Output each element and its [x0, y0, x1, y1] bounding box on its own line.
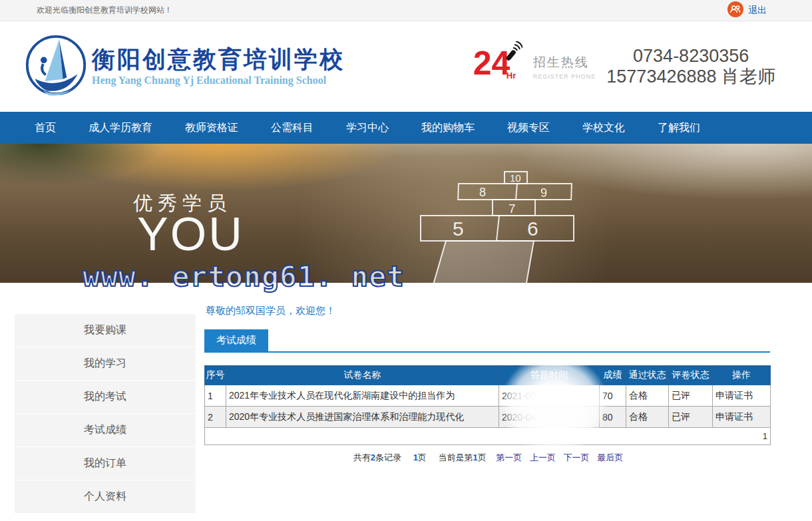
nav-item-cart[interactable]: 我的购物车 — [421, 121, 475, 135]
cell-paper-name: 2020年专业技术人员推进国家治理体系和治理能力现代化 — [226, 407, 499, 428]
hopscotch-number: 9 — [540, 186, 547, 200]
record-count: 共有2条记录 — [353, 452, 401, 462]
school-name: 衡阳创意教育培训学校 — [92, 47, 345, 73]
cell-seq: 1 — [205, 385, 226, 407]
nav-item-home[interactable]: 首页 — [35, 121, 56, 135]
col-review-status: 评卷状态 — [669, 366, 713, 385]
table-page-number: 1 — [205, 428, 771, 445]
nav-item-school-culture[interactable]: 学校文化 — [582, 121, 625, 135]
user-greeting: 尊敬的邹双国学员，欢迎您！ — [206, 305, 770, 317]
cell-review-status: 已评 — [669, 407, 713, 428]
col-pass-status: 通过状态 — [626, 366, 669, 385]
nav-item-learning-center[interactable]: 学习中心 — [346, 121, 389, 135]
cell-pass-status: 合格 — [626, 407, 669, 428]
hopscotch-number: 3 — [531, 283, 564, 297]
table-row: 1 2021年专业技术人员在现代化新湖南建设中的担当作为 2021-05- 70… — [205, 385, 771, 407]
school-logo-block[interactable]: 衡阳创意教育培训学校 Heng Yang Chuang Yj Education… — [24, 33, 345, 100]
table-footer-row: 1 — [205, 428, 771, 445]
content-area: 我要购课 我的学习 我的考试 考试成绩 我的订单 个人资料 尊敬的邹双国学员，欢… — [0, 283, 812, 521]
phone-numbers: 0734-8230356 15773426888 肖老师 — [606, 46, 775, 87]
apply-certificate-link[interactable]: 申请证书 — [713, 407, 771, 428]
school-logo-icon — [24, 33, 88, 100]
nav-item-public-courses[interactable]: 公需科目 — [271, 121, 313, 135]
hopscotch-number: 10 — [510, 172, 521, 184]
cell-seq: 2 — [205, 407, 226, 428]
hopscotch-number: 6 — [527, 218, 538, 240]
col-seq: 序号 — [205, 366, 226, 385]
col-paper-name: 试卷名称 — [226, 366, 499, 385]
topbar: 欢迎光临衡阳创意教育培训学校网站！ 退出 — [0, 0, 812, 21]
users-icon — [727, 1, 743, 20]
cell-paper-name: 2021年专业技术人员在现代化新湖南建设中的担当作为 — [226, 385, 499, 407]
logout-label: 退出 — [748, 5, 767, 17]
table-row: 2 2020年专业技术人员推进国家治理体系和治理能力现代化 2020-04- 8… — [205, 407, 771, 428]
col-actions: 操作 — [713, 366, 771, 385]
phone-icon — [500, 41, 522, 64]
page-count: 1页 — [413, 452, 427, 462]
watermark-text: www. ertong61. net — [83, 260, 405, 293]
blur-overlay — [501, 355, 608, 454]
phone-number-2: 15773426888 肖老师 — [606, 67, 775, 87]
logout-button[interactable]: 退出 — [727, 1, 767, 20]
hopscotch-number: 5 — [453, 218, 464, 240]
nav-item-videos[interactable]: 视频专区 — [507, 121, 550, 135]
school-name-english: Heng Yang Chuang Yj Educational Training… — [92, 75, 345, 87]
sidebar-item-my-orders[interactable]: 我的订单 — [15, 447, 196, 480]
tab-strip: 考试成绩 — [204, 329, 770, 353]
cell-pass-status: 合格 — [626, 385, 669, 407]
hotline-label-english: REGISTER PHONE — [533, 73, 596, 80]
hopscotch-number: 8 — [479, 186, 486, 199]
sidebar-item-exam-scores[interactable]: 考试成绩 — [15, 414, 196, 446]
apply-certificate-link[interactable]: 申请证书 — [713, 385, 771, 407]
site-header: 衡阳创意教育培训学校 Heng Yang Chuang Yj Education… — [0, 21, 812, 112]
cell-review-status: 已评 — [669, 385, 713, 407]
hopscotch-number: 7 — [508, 202, 516, 216]
badge-hr: Hr — [507, 71, 516, 81]
sidebar-item-buy-courses[interactable]: 我要购课 — [15, 314, 196, 347]
welcome-text: 欢迎光临衡阳创意教育培训学校网站！ — [37, 5, 172, 16]
phone-number-1: 0734-8230356 — [606, 46, 775, 67]
tab-exam-scores[interactable]: 考试成绩 — [204, 329, 268, 351]
hotline-label: 招生热线 — [533, 54, 596, 71]
nav-item-adult-education[interactable]: 成人学历教育 — [89, 121, 152, 135]
sidebar-item-profile[interactable]: 个人资料 — [15, 480, 196, 513]
current-page: 当前是第1页 — [438, 452, 486, 462]
sidebar-item-my-exams[interactable]: 我的考试 — [15, 381, 196, 413]
main-panel: 尊敬的邹双国学员，欢迎您！ 考试成绩 序号 试卷名称 答题时间 成绩 通过状态 … — [204, 283, 770, 464]
hotline-block: 24 Hr 招生热线 REGISTER PHONE 0734-8230356 1… — [473, 45, 775, 88]
hero-banner: 10 8 9 7 5 6 2 3 优秀学员 YOU www. ertong61.… — [0, 144, 812, 283]
nav-item-about-us[interactable]: 了解我们 — [658, 121, 700, 135]
exam-scores-table: 序号 试卷名称 答题时间 成绩 通过状态 评卷状态 操作 1 2021年专业技术… — [204, 365, 771, 445]
sidebar-menu: 我要购课 我的学习 我的考试 考试成绩 我的订单 个人资料 — [15, 314, 196, 514]
hotline-24hr-badge: 24 Hr — [473, 45, 522, 88]
main-nav: 首页 成人学历教育 教师资格证 公需科目 学习中心 我的购物车 视频专区 学校文… — [0, 112, 812, 144]
nav-item-teacher-cert[interactable]: 教师资格证 — [185, 121, 238, 135]
table-header-row: 序号 试卷名称 答题时间 成绩 通过状态 评卷状态 操作 — [205, 366, 771, 385]
sidebar-item-my-learning[interactable]: 我的学习 — [15, 347, 196, 380]
pagination: 共有2条记录 1页 当前是第1页 第一页 上一页 下一页 最后页 — [204, 452, 770, 464]
banner-caption-english: YOU — [137, 208, 244, 261]
